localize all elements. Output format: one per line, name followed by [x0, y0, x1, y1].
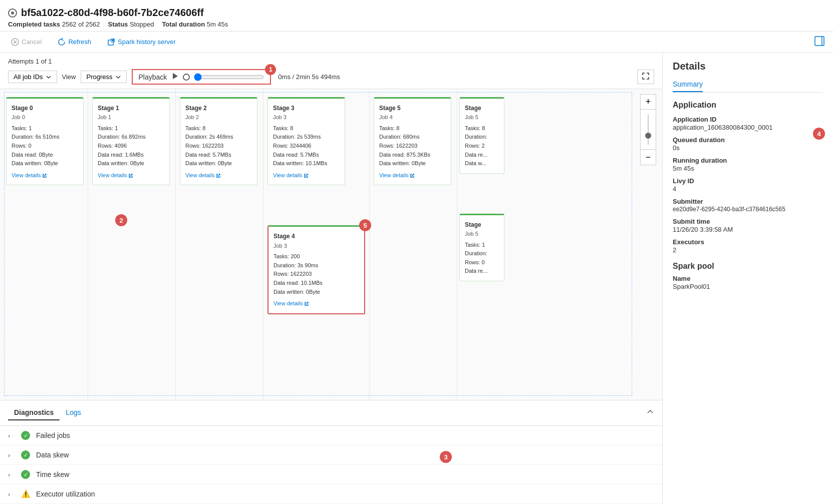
diag-executor-util[interactable]: › ⚠️ Executor utilization [0, 484, 662, 504]
annotation-badge-2: 2 [115, 214, 127, 226]
expand-chevron-data-skew: › [8, 451, 15, 459]
graph-viewport: 2 Stage 0 Job 0 Tasks: 1 Duration: 6s 51… [0, 89, 662, 400]
cancel-icon [11, 38, 19, 46]
submitter-row: Submitter ee20d9e7-6295-4240-ba3f-c37846… [673, 198, 823, 213]
stage-1-job: Job 1 [98, 113, 164, 122]
panel-toggle[interactable] [814, 36, 825, 48]
title-icon [8, 9, 17, 18]
zoom-out-button[interactable]: − [641, 150, 656, 165]
diag-time-skew-label: Time skew [36, 470, 69, 478]
tab-diagnostics[interactable]: Diagnostics [8, 405, 60, 420]
stage-2-card: Stage 2 Job 2 Tasks: 8 Duration: 2s 469m… [180, 97, 257, 185]
external-link-icon-s3 [304, 173, 309, 178]
tab-logs[interactable]: Logs [60, 405, 87, 420]
stage-5-job: Job 4 [379, 113, 446, 122]
annotation-badge-1: 1 [265, 64, 276, 75]
stage-2-wrapper: Stage 2 Job 2 Tasks: 8 Duration: 2s 469m… [176, 89, 263, 400]
zoom-slider-track [641, 110, 656, 150]
stage-5-title: Stage 5 [379, 104, 446, 113]
application-section-title: Application [673, 101, 823, 110]
panel-title: Details [673, 61, 823, 72]
stage-6b-card: Stage Job 5 Tasks: 1 Duration: Rows: 0 D… [459, 214, 504, 281]
spark-history-button[interactable]: Spark history server [104, 36, 179, 48]
expand-chevron-executor: › [8, 490, 15, 498]
stage-5-wrapper: Stage 5 Job 4 Tasks: 8 Duration: 680ms R… [370, 89, 457, 400]
graph-controls-header: Attempts 1 of 1 All job IDs View Progres… [0, 53, 662, 89]
playback-slider[interactable] [194, 73, 264, 81]
stage-6-title: Stage [465, 104, 499, 113]
stage-0-read: Data read: 0Byte [12, 151, 78, 160]
app-header: bf5a1022-c80d-4f98-b60f-7b2ce74606ff Com… [0, 0, 833, 32]
spark-pool-section-title: Spark pool [673, 262, 823, 271]
stage-1-wrapper: Stage 1 Job 1 Tasks: 1 Duration: 6s 892m… [88, 89, 176, 400]
cancel-button[interactable]: Cancel [8, 36, 45, 48]
header-meta: Completed tasks 2562 of 2562 Status Stop… [8, 21, 825, 28]
app-id-row: Application ID application_1606380084300… [673, 116, 823, 131]
pool-name-row: Name SparkPool01 [673, 275, 823, 290]
zoom-in-button[interactable]: + [641, 95, 656, 110]
all-job-ids-dropdown[interactable]: All job IDs [8, 71, 57, 83]
zoom-slider-thumb[interactable] [645, 133, 651, 139]
stage-4-title: Stage 4 [273, 232, 359, 241]
diagnostics-body: 3 › ✓ Failed jobs › ✓ Data skew › ✓ [0, 426, 662, 504]
stage-5-link[interactable]: View details [379, 171, 446, 180]
attempts-row: Attempts 1 of 1 [8, 58, 654, 65]
stage-0-link[interactable]: View details [12, 171, 78, 180]
refresh-button[interactable]: Refresh [55, 36, 94, 48]
stage-0-written: Data written: 0Byte [12, 159, 78, 168]
playback-label: Playback [139, 73, 167, 81]
collapse-button[interactable] [646, 408, 654, 418]
stage-4-link[interactable]: View details [273, 299, 359, 308]
panel-tab-summary[interactable]: Summary [673, 77, 703, 92]
running-duration-row: Running duration 5m 45s [673, 157, 823, 172]
stage-3-title: Stage 3 [273, 104, 340, 113]
stage-1-title: Stage 1 [98, 104, 164, 113]
play-button[interactable] [171, 72, 179, 82]
main-toolbar: Cancel Refresh Spark history server [0, 32, 833, 53]
zoom-controls: + − [640, 94, 656, 165]
check-icon-data-skew: ✓ [21, 450, 30, 459]
queued-duration-row: Queued duration 0s [673, 136, 823, 152]
stage-2-link[interactable]: View details [185, 171, 252, 180]
expand-icon [642, 72, 650, 80]
svg-marker-7 [173, 73, 178, 79]
external-link-icon-s4 [304, 301, 309, 306]
view-dropdown[interactable]: Progress [81, 71, 126, 83]
annotation-badge-3: 3 [440, 451, 452, 463]
stage-3-wrapper: Stage 3 Job 3 Tasks: 8 Duration: 2s 539m… [263, 89, 370, 400]
external-link-icon-s1 [128, 173, 133, 178]
stage-1-link[interactable]: View details [98, 171, 164, 180]
stage-3-job: Job 3 [273, 113, 340, 122]
livy-id-row: Livy ID 4 [673, 177, 823, 193]
stages-container: Stage 0 Job 0 Tasks: 1 Duration: 6s 510m… [0, 89, 662, 400]
expand-chevron-time-skew: › [8, 471, 15, 478]
stage-2-job: Job 2 [185, 113, 252, 122]
svg-rect-5 [815, 37, 824, 46]
stage-3-link[interactable]: View details [273, 171, 340, 180]
app-title-row: bf5a1022-c80d-4f98-b60f-7b2ce74606ff [8, 7, 825, 19]
diag-failed-jobs[interactable]: › ✓ Failed jobs [0, 426, 662, 445]
diag-data-skew[interactable]: › ✓ Data skew [0, 445, 662, 465]
stage-0-job: Job 0 [12, 113, 78, 122]
diag-time-skew[interactable]: › ✓ Time skew [0, 465, 662, 484]
diag-data-skew-label: Data skew [36, 451, 69, 459]
play-icon [171, 72, 179, 80]
chevron-down-icon-2 [115, 74, 121, 80]
external-link-icon-s0 [42, 173, 47, 178]
left-content: Attempts 1 of 1 All job IDs View Progres… [0, 53, 663, 504]
controls-row: All job IDs View Progress 1 Playback [8, 69, 654, 85]
stage-0-duration: Duration: 6s 510ms [12, 133, 78, 142]
expand-button[interactable] [637, 70, 654, 84]
svg-point-8 [183, 74, 189, 80]
check-icon-time-skew: ✓ [21, 470, 30, 479]
stage-4-card: Stage 4 Job 3 Tasks: 200 Duration: 3s 90… [267, 225, 365, 314]
diagnostics-panel: Diagnostics Logs 3 › ✓ Failed jobs [0, 400, 662, 504]
svg-point-0 [11, 12, 14, 15]
refresh-icon [58, 38, 66, 46]
attempts-label: Attempts 1 of 1 [8, 58, 52, 65]
stage-6-card: Stage Job 5 Tasks: 8 Duration: Rows: 2 D… [459, 97, 504, 174]
stage-0-tasks: Tasks: 1 [12, 124, 78, 133]
submit-time-row: Submit time 11/26/20 3:39:58 AM [673, 218, 823, 233]
details-panel: 4 Details Summary Application Applicatio… [663, 53, 833, 504]
stage-1-card: Stage 1 Job 1 Tasks: 1 Duration: 6s 892m… [92, 97, 170, 185]
